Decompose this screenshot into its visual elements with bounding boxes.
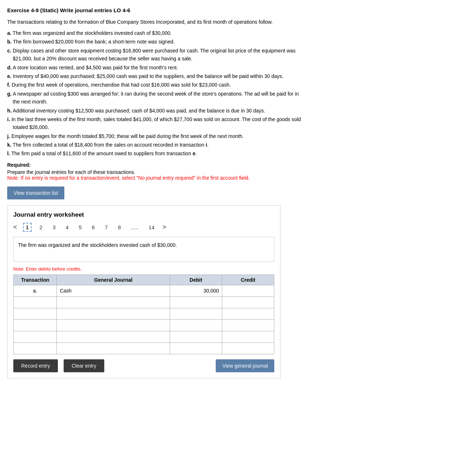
next-arrow[interactable]: >: [163, 224, 166, 231]
transaction-e: e. Inventory of $40,000 was purchased; $…: [7, 72, 469, 80]
required-instruction: Prepare the journal entries for each of …: [7, 169, 469, 175]
page-1[interactable]: 1: [23, 223, 32, 232]
row2-debit[interactable]: [170, 296, 222, 308]
journal-table: Transaction General Journal Debit Credit…: [13, 275, 274, 354]
transaction-j: j. Employee wages for the month totaled …: [7, 132, 469, 140]
row3-journal[interactable]: [57, 308, 170, 319]
row6-debit[interactable]: [170, 342, 222, 354]
row2-transaction: [14, 296, 57, 308]
row4-transaction: [14, 319, 57, 331]
table-row: [14, 319, 274, 331]
prev-arrow[interactable]: <: [13, 224, 17, 231]
transaction-description: The firm was organized and the stockhold…: [13, 237, 274, 262]
table-row: a. Cash 30,000: [14, 285, 274, 296]
row2-journal[interactable]: [57, 296, 170, 308]
row2-credit[interactable]: [222, 296, 274, 308]
row3-credit[interactable]: [222, 308, 274, 319]
page-8[interactable]: 8: [116, 224, 123, 231]
required-section: Required: Prepare the journal entries fo…: [7, 162, 469, 181]
col-transaction: Transaction: [14, 275, 57, 285]
page-ellipsis: .....: [129, 224, 141, 231]
table-row: [14, 308, 274, 319]
record-entry-button[interactable]: Record entry: [13, 359, 58, 372]
row1-credit[interactable]: [222, 285, 274, 296]
button-row: Record entry Clear entry View general jo…: [13, 359, 274, 372]
page-14[interactable]: 14: [146, 224, 157, 231]
view-transaction-list-button[interactable]: View transaction list: [7, 186, 64, 199]
transaction-list: a. The firm was organized and the stockh…: [7, 29, 469, 158]
row4-debit[interactable]: [170, 319, 222, 331]
row6-journal[interactable]: [57, 342, 170, 354]
journal-worksheet: Journal entry worksheet < 1 2 3 4 5 6 7 …: [7, 205, 280, 378]
transaction-a: a. The firm was organized and the stockh…: [7, 29, 469, 37]
page-5[interactable]: 5: [77, 224, 84, 231]
transaction-g: g. A newspaper ad costing $300 was arran…: [7, 90, 469, 106]
page-4[interactable]: 4: [64, 224, 71, 231]
transaction-c: c. Display cases and other store equipme…: [7, 47, 469, 63]
transaction-d: d. A store location was rented, and $4,5…: [7, 64, 469, 72]
row3-transaction: [14, 308, 57, 319]
row5-credit[interactable]: [222, 331, 274, 342]
row5-transaction: [14, 331, 57, 342]
transaction-l: l. The firm paid a total of $11,600 of t…: [7, 149, 469, 157]
row1-transaction: a.: [14, 285, 57, 296]
page-3[interactable]: 3: [50, 224, 58, 231]
pagination[interactable]: < 1 2 3 4 5 6 7 8 ..... 14 >: [13, 223, 274, 232]
transaction-k: k. The firm collected a total of $18,400…: [7, 141, 469, 149]
row1-journal[interactable]: Cash: [57, 285, 170, 296]
note-debits: Note: Enter debits before credits.: [13, 266, 274, 272]
row5-journal[interactable]: [57, 331, 170, 342]
transaction-b: b. The firm borrowed $20,000 from the ba…: [7, 38, 469, 46]
col-debit: Debit: [170, 275, 222, 285]
row4-journal[interactable]: [57, 319, 170, 331]
page-7[interactable]: 7: [103, 224, 110, 231]
row6-credit[interactable]: [222, 342, 274, 354]
row6-transaction: [14, 342, 57, 354]
col-credit: Credit: [222, 275, 274, 285]
row4-credit[interactable]: [222, 319, 274, 331]
table-row: [14, 342, 274, 354]
intro-text: The transactions relating to the formati…: [7, 19, 469, 25]
row1-debit[interactable]: 30,000: [170, 285, 222, 296]
exercise-title: Exercise 4-9 (Static) Write journal entr…: [7, 7, 469, 13]
table-row: [14, 331, 274, 342]
clear-entry-button[interactable]: Clear entry: [64, 359, 104, 372]
page-2[interactable]: 2: [37, 224, 45, 231]
transaction-i: i. In the last three weeks of the first …: [7, 115, 469, 132]
journal-title: Journal entry worksheet: [13, 211, 274, 218]
page-6[interactable]: 6: [90, 224, 97, 231]
required-label: Required:: [7, 162, 469, 168]
col-general-journal: General Journal: [57, 275, 170, 285]
transaction-f: f. During the first week of operations, …: [7, 81, 469, 89]
table-row: [14, 296, 274, 308]
row5-debit[interactable]: [170, 331, 222, 342]
row3-debit[interactable]: [170, 308, 222, 319]
transaction-h: h. Additional inventory costing $12,500 …: [7, 107, 469, 115]
required-note: Note: If no entry is required for a tran…: [7, 175, 469, 181]
view-general-journal-button[interactable]: View general journal: [216, 359, 274, 372]
